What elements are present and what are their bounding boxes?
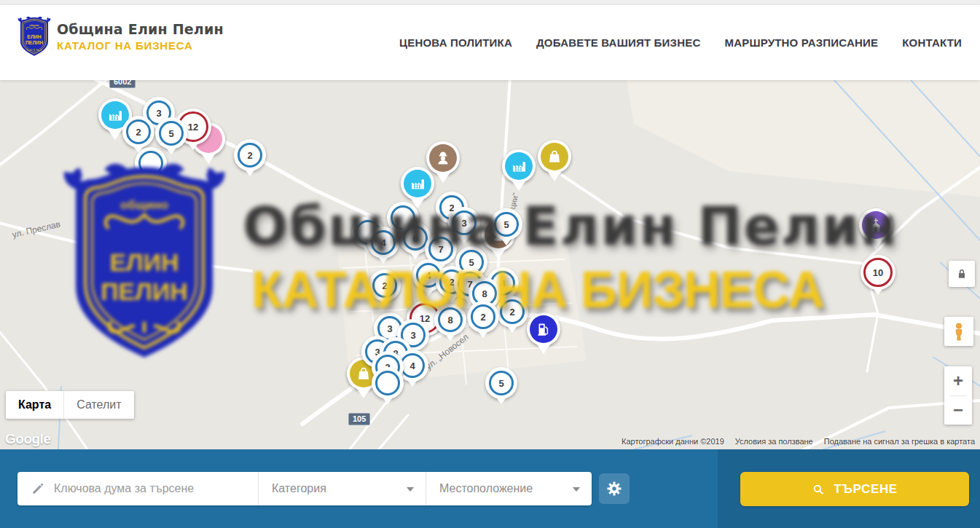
street-view-pegman[interactable] xyxy=(944,317,973,346)
site-header: Община Елин Пелин КАТАЛОГ НА БИЗНЕСА ЦЕН… xyxy=(0,5,980,80)
keyword-input[interactable] xyxy=(54,482,222,495)
search-field-group: Категория Местоположение xyxy=(17,472,592,505)
main-nav: ЦЕНОВА ПОЛИТИКА ДОБАВЕТЕ ВАШИЯТ БИЗНЕС М… xyxy=(399,5,962,80)
keyword-section xyxy=(17,472,258,505)
factory-pin[interactable] xyxy=(502,149,536,183)
chevron-down-icon xyxy=(573,487,580,492)
nav-add-your-business[interactable]: ДОБАВЕТЕ ВАШИЯТ БИЗНЕС xyxy=(536,36,700,49)
chevron-down-icon xyxy=(407,487,414,492)
map-type-map-button[interactable]: Карта xyxy=(6,391,64,419)
road-number-chip: 6002 xyxy=(109,80,136,88)
factory-pin[interactable] xyxy=(401,167,434,200)
top-strip xyxy=(0,0,980,5)
factory-icon xyxy=(510,157,528,175)
cluster-marker[interactable]: 4 xyxy=(367,226,399,259)
church-icon xyxy=(867,216,885,234)
bag-pin[interactable] xyxy=(538,140,571,173)
terms-of-use-link[interactable]: Условия за ползване xyxy=(735,437,813,446)
search-button[interactable]: ТЪРСЕНЕ xyxy=(740,472,969,506)
factory-icon xyxy=(106,106,124,124)
road-number-chip: 105 xyxy=(348,413,370,425)
site-subtitle: КАТАЛОГ НА БИЗНЕСА xyxy=(57,39,224,52)
category-select[interactable]: Категория xyxy=(258,472,426,505)
nav-pricing-policy[interactable]: ЦЕНОВА ПОЛИТИКА xyxy=(399,36,512,49)
cluster-marker[interactable]: 5 xyxy=(155,117,187,149)
cluster-marker[interactable] xyxy=(372,367,404,399)
map-type-satellite-button[interactable]: Сателит xyxy=(64,391,133,419)
pegman-icon xyxy=(949,321,969,342)
location-select-label: Местоположение xyxy=(439,482,533,495)
lock-icon xyxy=(954,266,970,282)
pencil-icon xyxy=(31,481,45,496)
worker-pin[interactable] xyxy=(426,141,460,175)
report-map-error-link[interactable]: Подаване на сигнал за грешка в картата xyxy=(824,437,975,446)
gear-icon xyxy=(605,480,623,497)
cluster-marker[interactable]: 2 xyxy=(369,269,401,302)
category-select-label: Категория xyxy=(272,482,326,495)
nav-route-schedule[interactable]: МАРШРУТНО РАЗПИСАНИЕ xyxy=(724,36,878,49)
cluster-marker[interactable] xyxy=(135,147,167,179)
factory-icon xyxy=(409,175,426,192)
zoom-in-button[interactable]: + xyxy=(944,366,972,395)
google-logo[interactable]: Google xyxy=(5,431,50,447)
cluster-marker[interactable]: 3 xyxy=(448,207,480,239)
cluster-marker[interactable]: 2 xyxy=(122,116,154,148)
cluster-marker[interactable]: 2 xyxy=(234,139,266,171)
cluster-marker[interactable]: 5 xyxy=(485,367,517,399)
bag-icon xyxy=(355,365,372,382)
advanced-settings-button[interactable] xyxy=(599,473,630,504)
site-title: Община Елин Пелин xyxy=(57,21,224,37)
nav-contacts[interactable]: КОНТАКТИ xyxy=(902,36,962,49)
map-type-control: Карта Сателит xyxy=(6,391,134,419)
cluster-marker[interactable]: 5 xyxy=(490,208,522,240)
zoom-control: + − xyxy=(944,366,972,425)
church-pin[interactable] xyxy=(859,208,893,242)
google-map[interactable]: 6002105 ул. Преславбул. „Новоселции" 312… xyxy=(0,80,980,449)
search-bar: Категория Местоположение ТЪРСЕНЕ xyxy=(0,449,980,528)
municipality-crest-logo xyxy=(17,15,51,58)
cluster-marker[interactable]: 8 xyxy=(434,304,466,336)
search-button-label: ТЪРСЕНЕ xyxy=(834,482,898,497)
location-select[interactable]: Местоположение xyxy=(426,472,592,505)
zoom-out-button[interactable]: − xyxy=(944,396,972,425)
map-data-copyright: Картографски данни ©2019 xyxy=(622,437,724,446)
fuel-pin[interactable] xyxy=(527,312,560,346)
bag-icon xyxy=(546,148,563,165)
site-logo[interactable]: Община Елин Пелин КАТАЛОГ НА БИЗНЕСА xyxy=(17,15,224,58)
worker-icon xyxy=(434,149,452,167)
cluster-marker[interactable]: 10 xyxy=(861,255,895,290)
lock-control[interactable] xyxy=(949,261,975,287)
cluster-marker[interactable]: 2 xyxy=(496,296,528,328)
search-icon xyxy=(812,483,825,496)
map-attribution: Картографски данни ©2019 Условия за полз… xyxy=(622,437,975,446)
cluster-marker[interactable]: 2 xyxy=(467,301,499,333)
fuel-icon xyxy=(535,320,552,338)
